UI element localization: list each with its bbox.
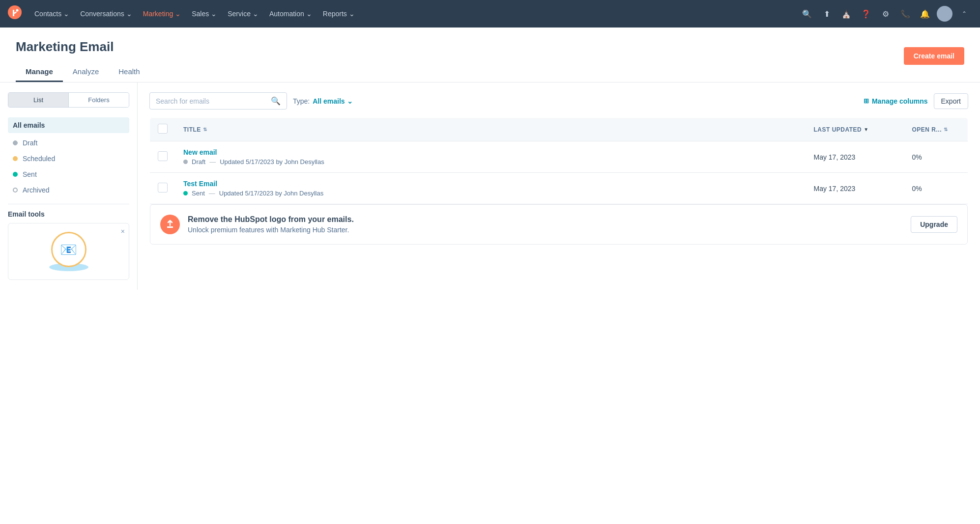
row1-status-label: Draft [192,158,205,165]
open-rate-sort-icon: ⇅ [944,127,948,132]
toolbar-right: ⊞ Manage columns Export [864,93,968,109]
nav-contacts[interactable]: Contacts ⌄ [29,7,74,21]
row2-meta-text: Updated 5/17/2023 by John Desyllas [219,190,323,197]
email-tools-icon: 📧 [51,232,86,267]
row2-status-label: Sent [192,190,205,197]
row1-email-link[interactable]: New email [183,148,798,156]
row2-title-cell: Test Email Sent — Updated 5/17/2023 by J… [175,173,806,204]
row1-open-rate-cell: 0% [904,141,968,173]
row1-email-meta: Draft — Updated 5/17/2023 by John Desyll… [183,158,798,165]
th-title[interactable]: TITLE ⇅ [175,118,806,141]
page-header-left: Marketing Email Manage Analyze Health [16,39,150,82]
nav-service[interactable]: Service ⌄ [223,7,263,21]
sidebar-item-draft[interactable]: Draft [8,135,129,151]
table-header-row: TITLE ⇅ LAST UPDATED ▼ O [150,118,968,141]
hubspot-logo[interactable] [8,5,22,22]
bell-icon[interactable]: 🔔 [917,6,933,22]
sidebar-item-scheduled[interactable]: Scheduled [8,151,129,166]
type-filter-chevron-icon: ⌄ [347,97,353,105]
search-icon[interactable]: 🔍 [799,6,815,22]
right-content: 🔍 Type: All emails ⌄ ⊞ Manage columns Ex… [138,83,980,290]
sidebar-item-scheduled-label: Scheduled [23,155,55,163]
row2-checkbox[interactable] [158,183,168,193]
row2-checkbox-cell [150,173,176,204]
search-box: 🔍 [149,92,287,110]
phone-icon[interactable]: 📞 [897,6,913,22]
help-icon[interactable]: ❓ [858,6,874,22]
nav-conversations[interactable]: Conversations ⌄ [75,7,137,21]
email-tools-card: × 📧 [8,223,129,280]
tabs: Manage Analyze Health [16,62,150,82]
row1-checkbox-cell [150,141,176,173]
promo-title: Remove the HubSpot logo from your emails… [188,215,903,224]
manage-columns-label: Manage columns [872,97,928,105]
type-filter-value: All emails [313,97,345,105]
page-container: Marketing Email Manage Analyze Health Cr… [0,28,980,524]
th-last-updated[interactable]: LAST UPDATED ▼ [806,118,904,141]
row2-email-meta: Sent — Updated 5/17/2023 by John Desylla… [183,190,798,197]
sidebar-item-archived[interactable]: Archived [8,182,129,198]
title-sort-icon: ⇅ [203,127,207,132]
export-button[interactable]: Export [934,93,968,109]
scheduled-status-dot [13,156,18,161]
tab-analyze[interactable]: Analyze [63,62,109,82]
th-checkbox [150,118,176,141]
row2-meta-separator: — [209,190,215,197]
search-input[interactable] [156,97,267,105]
tab-manage[interactable]: Manage [16,62,63,82]
view-folders-button[interactable]: Folders [69,93,129,107]
view-toggle: List Folders [8,92,129,108]
draft-status-dot [13,140,18,145]
nav-sales[interactable]: Sales ⌄ [187,7,222,21]
th-open-rate[interactable]: OPEN R... ⇅ [904,118,968,141]
email-tools-image: 📧 [14,229,123,274]
sent-status-dot [13,172,18,177]
archived-status-dot [13,188,18,193]
avatar[interactable] [937,6,952,22]
promo-banner: Remove the HubSpot logo from your emails… [150,204,968,245]
marketplace-icon[interactable]: ⛪ [838,6,854,22]
last-updated-sort-icon: ▼ [864,127,868,132]
th-open-rate-label: OPEN R... [912,126,942,133]
row1-title-cell: New email Draft — Updated 5/17/2023 by J… [175,141,806,173]
email-tools-title: Email tools [8,210,129,218]
table-body: New email Draft — Updated 5/17/2023 by J… [150,141,968,245]
row1-meta-separator: — [209,158,216,165]
row2-email-link[interactable]: Test Email [183,180,798,188]
search-icon: 🔍 [271,96,281,106]
promo-text: Remove the HubSpot logo from your emails… [188,215,903,234]
email-table: TITLE ⇅ LAST UPDATED ▼ O [149,117,968,245]
columns-icon: ⊞ [864,97,869,105]
main-content: List Folders All emails Draft Scheduled … [0,83,980,290]
nav-items: Contacts ⌄ Conversations ⌄ Marketing ⌄ S… [29,7,797,21]
nav-automation[interactable]: Automation ⌄ [264,7,317,21]
nav-marketing[interactable]: Marketing ⌄ [138,7,186,21]
nav-icons: 🔍 ⬆ ⛪ ❓ ⚙ 📞 🔔 ⌃ [799,6,972,22]
th-title-label: TITLE [183,126,201,133]
sidebar-item-sent-label: Sent [23,170,37,178]
promo-icon [160,215,180,234]
email-tools-close-button[interactable]: × [121,227,125,235]
table-row: Test Email Sent — Updated 5/17/2023 by J… [150,173,968,204]
type-filter: Type: All emails ⌄ [293,97,353,105]
row1-meta-text: Updated 5/17/2023 by John Desyllas [220,158,324,165]
expand-icon[interactable]: ⌃ [956,6,972,22]
row1-status-dot [183,160,188,164]
view-list-button[interactable]: List [8,93,69,107]
upload-icon[interactable]: ⬆ [819,6,835,22]
th-last-updated-label: LAST UPDATED [814,126,862,133]
select-all-checkbox[interactable] [158,124,168,134]
row1-checkbox[interactable] [158,151,168,161]
type-filter-dropdown[interactable]: All emails ⌄ [313,97,352,105]
row2-status-dot [183,191,188,195]
sidebar-all-emails[interactable]: All emails [8,117,129,133]
create-email-button[interactable]: Create email [904,47,964,65]
page-header: Marketing Email Manage Analyze Health Cr… [0,28,980,83]
settings-icon[interactable]: ⚙ [878,6,894,22]
nav-reports[interactable]: Reports ⌄ [318,7,360,21]
tab-health[interactable]: Health [109,62,149,82]
upgrade-button[interactable]: Upgrade [911,216,957,233]
sidebar-item-sent[interactable]: Sent [8,166,129,182]
type-filter-label: Type: [293,97,310,105]
manage-columns-button[interactable]: ⊞ Manage columns [864,97,928,105]
